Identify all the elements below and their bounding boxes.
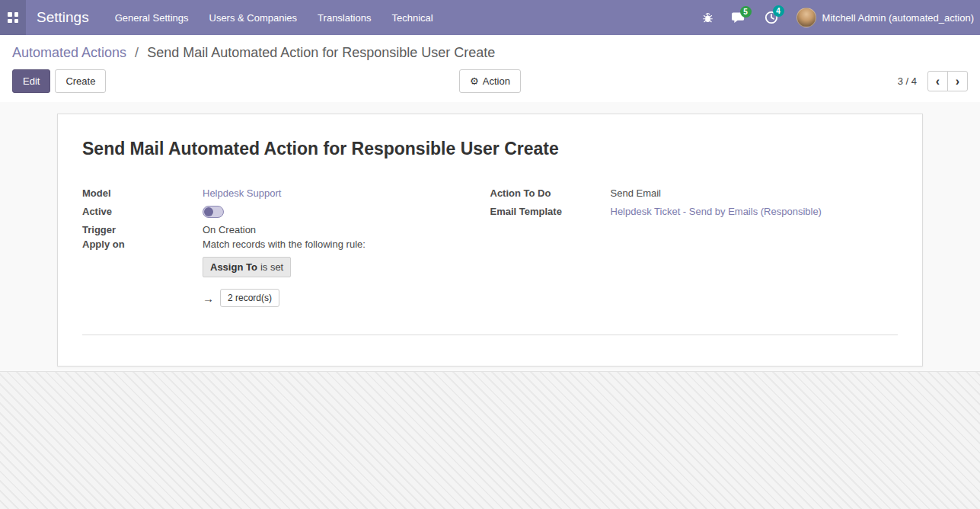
top-navbar: Settings General Settings Users & Compan… — [0, 0, 980, 35]
trigger-field-row: Trigger On Creation — [82, 220, 490, 238]
action-to-do-field-label: Action To Do — [490, 187, 611, 199]
model-field-value[interactable]: Helpdesk Support — [203, 187, 281, 199]
breadcrumb-current: Send Mail Automated Action for Responsib… — [147, 45, 495, 60]
control-panel-right: 3 / 4 ‹ › — [521, 71, 968, 91]
create-button[interactable]: Create — [55, 69, 106, 93]
email-template-field-value[interactable]: Helpdesk Ticket - Send by Emails (Respon… — [611, 206, 822, 217]
background-stripes — [0, 371, 980, 509]
trigger-field-label: Trigger — [82, 224, 203, 235]
pager-previous-button[interactable]: ‹ — [927, 71, 948, 91]
pager-buttons: ‹ › — [927, 71, 968, 91]
pager-next-button[interactable]: › — [947, 71, 968, 91]
menu-general-settings[interactable]: General Settings — [115, 12, 189, 24]
breadcrumb-separator: / — [135, 45, 139, 60]
breadcrumb-parent-link[interactable]: Automated Actions — [12, 45, 126, 60]
messages-icon[interactable]: 5 — [732, 11, 746, 24]
apps-grid-icon — [8, 12, 18, 23]
form-left-column: Model Helpdesk Support Active Trigger On… — [82, 184, 490, 307]
control-panel: Edit Create ⚙Action 3 / 4 ‹ › — [0, 66, 980, 102]
email-template-field-label: Email Template — [490, 206, 611, 217]
activities-count-badge: 4 — [773, 5, 784, 17]
active-toggle[interactable] — [203, 206, 224, 218]
records-preview-row: → 2 record(s) — [203, 289, 366, 307]
apply-on-field-content: Match records with the following rule: A… — [203, 238, 366, 307]
apply-on-hint: Match records with the following rule: — [203, 238, 366, 250]
records-count-button[interactable]: 2 record(s) — [220, 289, 279, 307]
active-field-row: Active — [82, 202, 490, 220]
messages-count-badge: 5 — [740, 6, 752, 18]
control-panel-left: Edit Create — [12, 69, 459, 93]
filter-rule-field: Assign To — [210, 261, 257, 273]
content-area: Send Mail Automated Action for Responsib… — [0, 102, 980, 509]
app-name[interactable]: Settings — [37, 9, 89, 26]
action-to-do-field-value: Send Email — [611, 187, 661, 199]
gear-icon: ⚙ — [470, 75, 479, 87]
model-field-label: Model — [82, 187, 203, 199]
action-to-do-field-row: Action To Do Send Email — [490, 184, 899, 202]
menu-technical[interactable]: Technical — [391, 12, 433, 24]
form-field-grid: Model Helpdesk Support Active Trigger On… — [82, 184, 898, 307]
form-sheet: Send Mail Automated Action for Responsib… — [57, 114, 923, 367]
control-panel-center: ⚙Action — [459, 69, 521, 93]
edit-button[interactable]: Edit — [12, 69, 50, 93]
navbar-right: 5 4 Mitchell Admin (automated_action) — [702, 8, 980, 27]
sheet-divider — [82, 335, 898, 335]
activities-clock-icon[interactable]: 4 — [765, 11, 778, 24]
apply-on-field-label: Apply on — [82, 238, 203, 250]
pager-value: 3 / 4 — [898, 75, 917, 87]
apps-menu-button[interactable] — [0, 0, 26, 35]
form-title: Send Mail Automated Action for Responsib… — [82, 139, 898, 159]
breadcrumb: Automated Actions / Send Mail Automated … — [0, 35, 980, 66]
form-right-column: Action To Do Send Email Email Template H… — [490, 184, 899, 307]
bug-icon[interactable] — [702, 12, 713, 24]
email-template-field-row: Email Template Helpdesk Ticket - Send by… — [490, 202, 899, 220]
user-avatar — [796, 8, 816, 27]
filter-rule-operator: is set — [260, 261, 283, 273]
model-field-row: Model Helpdesk Support — [82, 184, 490, 202]
filter-rule-chip[interactable]: Assign Tois set — [203, 257, 291, 277]
action-menu-button[interactable]: ⚙Action — [459, 69, 521, 93]
top-menu: General Settings Users & Companies Trans… — [115, 12, 433, 24]
action-menu-label: Action — [483, 75, 510, 87]
toggle-knob-icon — [204, 207, 213, 216]
arrow-right-icon: → — [203, 293, 214, 304]
active-field-label: Active — [82, 206, 203, 217]
user-menu[interactable]: Mitchell Admin (automated_action) — [796, 8, 974, 27]
trigger-field-value: On Creation — [203, 224, 256, 235]
menu-users-companies[interactable]: Users & Companies — [209, 12, 298, 24]
menu-translations[interactable]: Translations — [318, 12, 371, 24]
user-name: Mitchell Admin (automated_action) — [822, 12, 974, 24]
apply-on-field-row: Apply on Match records with the followin… — [82, 238, 490, 307]
